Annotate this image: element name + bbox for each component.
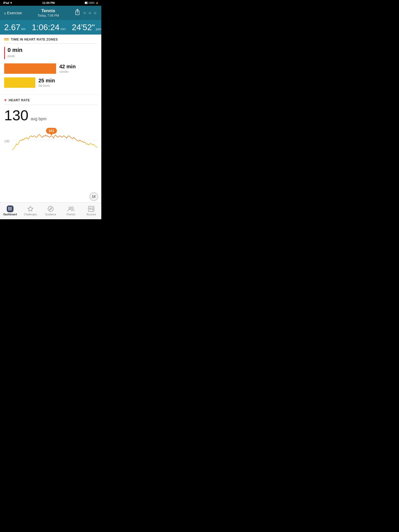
workout-date: Today, 7:06 PM bbox=[37, 14, 59, 17]
status-bar: iPad ✦ 11:04 PM 64% ⚡ bbox=[0, 0, 101, 6]
duration-value: 1:06:24 bbox=[32, 23, 59, 31]
heart-rate-section: ♥ HEART RATE 130 avg bpm 130 151 bbox=[0, 95, 101, 157]
chart-tooltip: 151 bbox=[46, 128, 57, 134]
svg-rect-13 bbox=[8, 209, 9, 210]
header-actions: ○ ○ ○ bbox=[75, 9, 97, 17]
svg-rect-15 bbox=[11, 209, 11, 210]
peak-info: 0 min peak bbox=[8, 47, 22, 58]
cardio-bar bbox=[4, 63, 56, 74]
svg-rect-8 bbox=[10, 207, 10, 208]
battery-icon bbox=[85, 2, 88, 4]
hr-section-header: ♥ HEART RATE bbox=[4, 98, 97, 105]
hr-avg-unit: avg bpm bbox=[31, 117, 46, 121]
stats-bar: 2.67 km 1:06:24 min 24'52" pace bbox=[0, 20, 101, 35]
heart-icon: ♥ bbox=[4, 98, 7, 103]
guidance-icon bbox=[47, 205, 54, 212]
chart-y-label: 130 bbox=[4, 139, 9, 143]
cardio-value: 42 min bbox=[59, 64, 76, 70]
svg-rect-11 bbox=[10, 208, 10, 209]
duration-unit: min bbox=[61, 27, 65, 31]
svg-rect-1 bbox=[88, 3, 88, 3]
challenges-icon bbox=[27, 205, 34, 212]
svg-text:⚡: ⚡ bbox=[96, 2, 98, 4]
duration-stat: 1:06:24 min bbox=[32, 23, 65, 31]
distance-stat: 2.67 km bbox=[4, 23, 25, 31]
distance-value: 2.67 bbox=[4, 23, 20, 31]
hr-section-title: HEART RATE bbox=[9, 98, 30, 102]
workout-title-group: Tennis Today, 7:06 PM bbox=[37, 8, 59, 17]
fat-burn-label: fat burn bbox=[38, 84, 55, 88]
svg-point-19 bbox=[69, 207, 71, 209]
hr-average: 130 avg bpm bbox=[4, 108, 97, 123]
zones-section-header: TIME IN HEART RATE ZONES bbox=[4, 38, 97, 44]
tab-dashboard[interactable]: Dashboard bbox=[0, 204, 20, 217]
battery-percent: 64% bbox=[89, 2, 95, 4]
account-label: Account bbox=[87, 213, 96, 216]
svg-rect-9 bbox=[11, 207, 11, 208]
more-button[interactable]: ○ ○ ○ bbox=[83, 11, 97, 15]
bluetooth-icon: ⚡ bbox=[96, 2, 98, 4]
zoom-badge[interactable]: 1X bbox=[89, 192, 98, 201]
pace-stat: 24'52" pace bbox=[72, 23, 101, 31]
pace-value: 24'52" bbox=[72, 23, 95, 31]
svg-rect-12 bbox=[11, 208, 11, 209]
tab-bar: Dashboard Challenges Guidance bbox=[0, 202, 101, 219]
svg-point-20 bbox=[72, 207, 74, 209]
account-icon bbox=[88, 205, 95, 212]
svg-marker-18 bbox=[50, 208, 52, 210]
back-label: Exercise bbox=[7, 11, 22, 15]
status-battery: 64% ⚡ bbox=[85, 2, 98, 4]
chevron-left-icon: ‹ bbox=[4, 10, 6, 16]
distance-unit: km bbox=[21, 27, 25, 31]
cardio-zone-row: 42 min cardio bbox=[4, 63, 97, 74]
challenges-label: Challenges bbox=[24, 213, 37, 216]
cardio-info: 42 min cardio bbox=[59, 64, 76, 74]
fat-burn-value: 25 min bbox=[38, 78, 55, 84]
cardio-label: cardio bbox=[59, 70, 76, 74]
heart-rate-zones-section: TIME IN HEART RATE ZONES 0 min peak 42 m… bbox=[0, 35, 101, 95]
zones-section-title: TIME IN HEART RATE ZONES bbox=[11, 38, 58, 41]
svg-point-22 bbox=[89, 208, 91, 209]
svg-rect-10 bbox=[8, 208, 9, 209]
hr-avg-value: 130 bbox=[4, 107, 28, 123]
pace-unit: pace bbox=[96, 27, 101, 31]
tab-friends[interactable]: Friends bbox=[61, 204, 81, 217]
fat-burn-bar bbox=[4, 77, 35, 88]
tab-account[interactable]: Account bbox=[81, 204, 101, 217]
svg-rect-7 bbox=[8, 207, 9, 208]
zones-icon bbox=[4, 38, 9, 41]
status-time: 11:04 PM bbox=[42, 1, 55, 4]
status-device: iPad ✦ bbox=[3, 1, 12, 5]
back-button[interactable]: ‹ Exercise bbox=[4, 10, 22, 16]
workout-title: Tennis bbox=[37, 8, 59, 14]
tab-guidance[interactable]: Guidance bbox=[41, 204, 61, 217]
friends-label: Friends bbox=[66, 213, 75, 216]
app-container: ‹ Exercise Tennis Today, 7:06 PM ○ ○ ○ 2… bbox=[0, 6, 101, 219]
svg-rect-2 bbox=[85, 2, 87, 4]
peak-value: 0 min bbox=[8, 47, 22, 54]
dashboard-icon bbox=[7, 205, 14, 212]
svg-marker-16 bbox=[28, 206, 33, 211]
heart-rate-chart: 130 151 bbox=[4, 126, 97, 157]
dashboard-label: Dashboard bbox=[3, 213, 17, 216]
peak-zone-row: 0 min peak bbox=[4, 47, 97, 59]
header: ‹ Exercise Tennis Today, 7:06 PM ○ ○ ○ bbox=[0, 6, 101, 20]
share-button[interactable] bbox=[75, 9, 80, 17]
peak-bar bbox=[4, 47, 5, 59]
fat-burn-info: 25 min fat burn bbox=[38, 78, 55, 88]
content-area: TIME IN HEART RATE ZONES 0 min peak 42 m… bbox=[0, 35, 101, 202]
svg-point-17 bbox=[48, 206, 53, 211]
fat-burn-zone-row: 25 min fat burn bbox=[4, 77, 97, 88]
guidance-label: Guidance bbox=[45, 213, 56, 216]
peak-label: peak bbox=[8, 54, 22, 58]
tab-challenges[interactable]: Challenges bbox=[20, 204, 41, 217]
friends-icon bbox=[68, 205, 74, 212]
svg-rect-14 bbox=[10, 209, 10, 210]
